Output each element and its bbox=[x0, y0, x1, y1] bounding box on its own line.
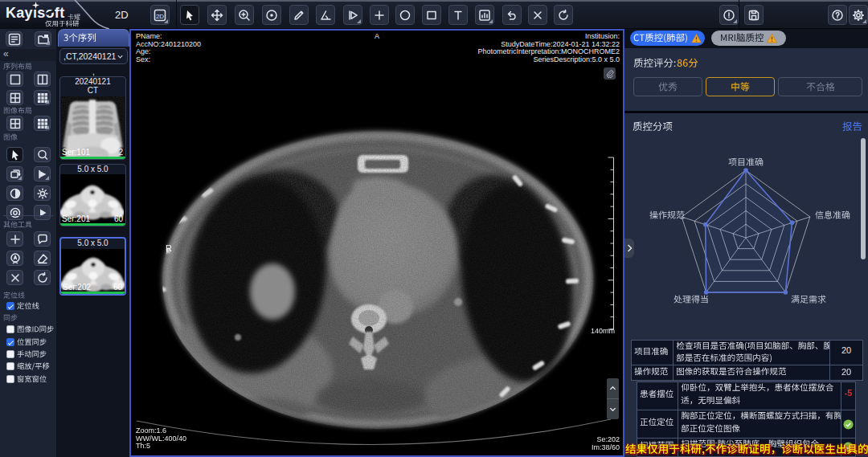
svg-text:2D: 2D bbox=[156, 12, 164, 19]
